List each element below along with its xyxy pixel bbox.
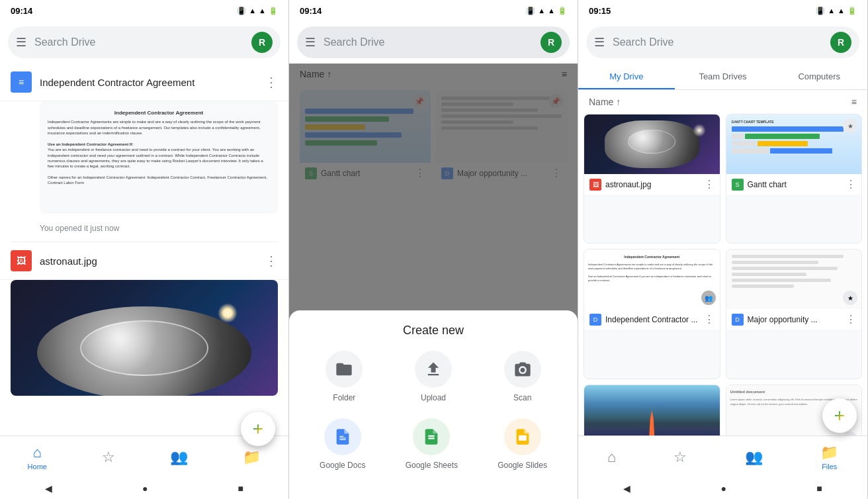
create-option-scan[interactable]: Scan bbox=[504, 351, 541, 402]
nav-shared-3[interactable]: 👥 bbox=[745, 449, 763, 466]
avatar-1[interactable]: R bbox=[251, 32, 273, 53]
status-time-3: 09:15 bbox=[589, 6, 611, 16]
major-thumb-3: ★ bbox=[726, 250, 862, 309]
signal-icon-3: ▲ bbox=[838, 7, 845, 15]
sheets-label: Google Sheets bbox=[406, 461, 458, 470]
fab-button-3[interactable]: + bbox=[822, 398, 857, 433]
back-btn-3[interactable]: ◀ bbox=[623, 483, 630, 494]
create-option-sheets[interactable]: Google Sheets bbox=[406, 418, 458, 470]
more-major-3[interactable]: ⋮ bbox=[846, 313, 856, 326]
gantt-row-2 bbox=[732, 134, 857, 139]
star-icon-3: ☆ bbox=[673, 449, 687, 466]
bottom-nav-1: ⌂ Home ☆ 👥 📁 bbox=[0, 435, 288, 478]
major-drive-label: D Major opportunity ... ⋮ bbox=[726, 309, 862, 330]
avatar-3[interactable]: R bbox=[830, 32, 851, 53]
status-icons-1: 📳 ▲ ▲ 🔋 bbox=[237, 7, 278, 15]
major-line-4 bbox=[732, 273, 806, 276]
create-title: Create new bbox=[300, 324, 567, 338]
gantt-content: GANTT CHART TEMPLATE bbox=[726, 114, 862, 174]
more-icon-astronaut[interactable]: ⋮ bbox=[265, 253, 278, 269]
search-input-3[interactable]: Search Drive bbox=[613, 36, 822, 48]
fab-button-1[interactable]: + bbox=[241, 412, 275, 446]
folder-icon-3: 📁 bbox=[820, 444, 838, 461]
wifi-icon: ▲ bbox=[249, 7, 256, 15]
tab-my-drive[interactable]: My Drive bbox=[578, 64, 675, 89]
nav-home-label-1: Home bbox=[28, 463, 47, 471]
file-name-astronaut: astronaut.jpg bbox=[40, 255, 257, 267]
search-input-1[interactable]: Search Drive bbox=[34, 36, 243, 48]
vibrate-icon-2: 📳 bbox=[526, 7, 535, 15]
recents-btn-3[interactable]: ■ bbox=[816, 483, 822, 494]
nav-starred-3[interactable]: ☆ bbox=[673, 449, 687, 466]
home-icon: ⌂ bbox=[33, 444, 42, 461]
status-bar-3: 09:15 📳 ▲ ▲ 🔋 bbox=[578, 0, 867, 21]
wifi-icon-3: ▲ bbox=[828, 7, 835, 15]
nav-home-3[interactable]: ⌂ bbox=[607, 449, 616, 466]
home-btn-1[interactable]: ● bbox=[142, 483, 148, 494]
create-options-row2: Google Docs Google Sheets bbox=[300, 418, 567, 470]
tab-computers[interactable]: Computers bbox=[771, 64, 867, 89]
more-contract-3[interactable]: ⋮ bbox=[704, 313, 715, 326]
hamburger-icon-3[interactable]: ☰ bbox=[594, 35, 605, 50]
nav-starred-1[interactable]: ☆ bbox=[102, 449, 115, 466]
status-icons-3: 📳 ▲ ▲ 🔋 bbox=[816, 7, 857, 15]
back-btn-1[interactable]: ◀ bbox=[45, 483, 52, 494]
more-icon-contract[interactable]: ⋮ bbox=[265, 74, 278, 90]
battery-icon-2: 🔋 bbox=[558, 7, 567, 15]
star-icon: ☆ bbox=[102, 449, 115, 466]
hamburger-icon[interactable]: ☰ bbox=[16, 35, 26, 50]
major-drive-name: Major opportunity ... bbox=[748, 315, 842, 324]
nav-shared-1[interactable]: 👥 bbox=[170, 449, 188, 466]
create-option-upload[interactable]: Upload bbox=[415, 351, 452, 402]
file-item-contract[interactable]: ≡ Independent Contractor Agreement ⋮ bbox=[0, 64, 288, 101]
hamburger-icon-2[interactable]: ☰ bbox=[305, 35, 316, 50]
status-time-2: 09:14 bbox=[300, 6, 322, 16]
system-nav-3: ◀ ● ■ bbox=[578, 478, 867, 499]
doc-icon-contract-3: D bbox=[589, 314, 601, 326]
nav-files-label-3: Files bbox=[822, 463, 837, 471]
home-btn-3[interactable]: ● bbox=[721, 483, 726, 494]
search-bar-2[interactable]: ☰ Search Drive R bbox=[297, 26, 570, 58]
astro-thumb bbox=[584, 114, 720, 174]
contract-thumb: Independent Contractor Agreement Indepen… bbox=[584, 250, 720, 309]
gantt-row-4 bbox=[732, 148, 857, 154]
search-bar-3[interactable]: ☰ Search Drive R bbox=[586, 26, 859, 58]
drive-item-astronaut[interactable]: 🖼 astronaut.jpg ⋮ bbox=[584, 114, 720, 244]
file-item-astronaut[interactable]: 🖼 astronaut.jpg ⋮ bbox=[0, 242, 288, 280]
create-option-folder[interactable]: Folder bbox=[326, 351, 363, 402]
wifi-icon-2: ▲ bbox=[538, 7, 545, 15]
recents-btn-1[interactable]: ■ bbox=[238, 483, 243, 494]
nav-home-1[interactable]: ⌂ Home bbox=[28, 444, 47, 471]
create-option-slides[interactable]: Google Slides bbox=[498, 418, 547, 470]
create-options-row1: Folder Upload Scan bbox=[300, 351, 567, 402]
status-bar-1: 09:14 📳 ▲ ▲ 🔋 bbox=[0, 0, 288, 21]
svg-rect-0 bbox=[519, 435, 527, 441]
folder-create-icon bbox=[326, 351, 363, 388]
star-badge-major: ★ bbox=[843, 291, 857, 305]
grid-view-toggle-3[interactable]: ≡ bbox=[851, 97, 857, 107]
more-astro-3[interactable]: ⋮ bbox=[704, 178, 715, 191]
major-line-3 bbox=[732, 267, 838, 270]
sort-control-3[interactable]: Name ↑ bbox=[589, 97, 621, 107]
tokyo-tower bbox=[649, 410, 654, 437]
search-bar-1[interactable]: ☰ Search Drive R bbox=[8, 26, 281, 58]
phone-3: 09:15 📳 ▲ ▲ 🔋 ☰ Search Drive R My Drive … bbox=[578, 0, 868, 499]
drive-item-contract-3[interactable]: Independent Contractor Agreement Indepen… bbox=[584, 249, 720, 379]
major-line-2 bbox=[732, 261, 819, 264]
search-input-2[interactable]: Search Drive bbox=[324, 36, 533, 48]
nav-files-3[interactable]: 📁 Files bbox=[820, 444, 838, 471]
astro-preview-phone1 bbox=[11, 280, 278, 396]
contract-drive-name: Independent Contractor ... bbox=[605, 315, 700, 324]
nav-files-1[interactable]: 📁 bbox=[243, 449, 261, 466]
contract-preview: Independent Contractor Agreement Indepen… bbox=[584, 250, 720, 288]
create-option-docs[interactable]: Google Docs bbox=[320, 418, 365, 470]
avatar-2[interactable]: R bbox=[541, 32, 562, 53]
phone2-content: Name ↑ ≡ 📌 S bbox=[289, 64, 578, 499]
scan-label: Scan bbox=[513, 393, 531, 402]
drive-item-gantt[interactable]: GANTT CHART TEMPLATE bbox=[726, 114, 863, 244]
tab-team-drives[interactable]: Team Drives bbox=[675, 64, 771, 89]
more-gantt-3[interactable]: ⋮ bbox=[846, 178, 856, 191]
drive-item-major-3[interactable]: ★ D Major opportunity ... ⋮ bbox=[726, 249, 863, 379]
phone-2: 09:14 📳 ▲ ▲ 🔋 ☰ Search Drive R Name ↑ ≡ bbox=[289, 0, 578, 499]
doc-preview-contract: Independent Contractor Agreement Indepen… bbox=[40, 101, 278, 214]
